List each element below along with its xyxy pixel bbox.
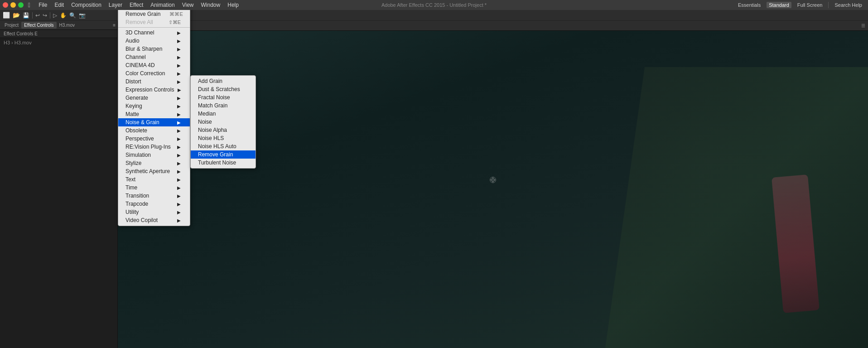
menu-item-matte[interactable]: Matte ▶ — [118, 110, 190, 118]
menu-item-obsolete[interactable]: Obsolete ▶ — [118, 126, 190, 135]
comp-toolbar: ▶ 📷 Composition H3 ☰ — [118, 21, 868, 31]
submenu-arrow: ▶ — [177, 210, 181, 215]
menu-item-cinema4d[interactable]: CINEMA 4D ▶ — [118, 61, 190, 69]
maximize-button[interactable] — [18, 2, 24, 8]
submenu-arrow: ▶ — [177, 63, 181, 68]
submenu-noise-alpha[interactable]: Noise Alpha — [191, 126, 256, 134]
shortcut-remove-grain: ⌘⌘E — [169, 11, 183, 17]
menu-item-generate[interactable]: Generate ▶ — [118, 94, 190, 102]
submenu-arrow: ▶ — [177, 193, 181, 198]
toolbar-icon-hand[interactable]: ✋ — [60, 12, 67, 19]
file-menu[interactable]: File — [35, 2, 51, 8]
menu-item-remove-all[interactable]: Remove All ⇧⌘E — [118, 18, 190, 26]
submenu-arrow: ▶ — [177, 218, 181, 223]
submenu-arrow: ▶ — [177, 177, 181, 182]
minimize-button[interactable] — [10, 2, 16, 8]
window-menu[interactable]: Window — [198, 2, 224, 8]
toolbar-sep-1 — [32, 12, 33, 19]
menu-item-trapcode[interactable]: Trapcode ▶ — [118, 200, 190, 208]
toolbar-icon-zoom[interactable]: 🔍 — [69, 12, 76, 19]
toolbar-icon-save[interactable]: 💾 — [23, 12, 29, 19]
menu-item-color-correction[interactable]: Color Correction ▶ — [118, 69, 190, 77]
menu-item-distort[interactable]: Distort ▶ — [118, 77, 190, 86]
os-menu-bar:  File Edit Composition Layer Effect Ani… — [0, 0, 868, 10]
toolbar-icon-select[interactable]: ▷ — [53, 12, 57, 19]
toolbar-sep-2 — [50, 12, 50, 19]
toolbar-icon-redo[interactable]: ↪ — [43, 12, 47, 19]
menu-item-blur-sharpen[interactable]: Blur & Sharpen ▶ — [118, 45, 190, 53]
fullscreen-workspace[interactable]: Full Screen — [795, 2, 825, 8]
effect-controls-label: Effect Controls E — [4, 31, 38, 36]
menu-item-3d-channel[interactable]: 3D Channel ▶ — [118, 29, 190, 37]
h3-tab[interactable]: H3.mov — [57, 22, 77, 29]
submenu-add-grain[interactable]: Add Grain — [191, 77, 256, 85]
submenu-arrow: ▶ — [177, 96, 181, 101]
submenu-arrow: ▶ — [177, 145, 181, 150]
menu-item-video-copilot[interactable]: Video Copilot ▶ — [118, 216, 190, 224]
submenu-arrow: ▶ — [177, 128, 181, 133]
submenu-noise-hls-auto[interactable]: Noise HLS Auto — [191, 142, 256, 150]
menu-item-revision-plugins[interactable]: RE:Vision Plug-Ins ▶ — [118, 143, 190, 151]
file-path: H3 › H3.mov — [4, 40, 32, 45]
submenu-noise-hls[interactable]: Noise HLS — [191, 134, 256, 142]
menu-item-simulation[interactable]: Simulation ▶ — [118, 151, 190, 159]
submenu-remove-grain[interactable]: Remove Grain — [191, 150, 256, 159]
submenu-median[interactable]: Median — [191, 110, 256, 118]
menu-item-expression-controls[interactable]: Expression Controls ▶ — [118, 86, 190, 94]
toolbar-icon-open[interactable]: 📂 — [13, 12, 20, 19]
submenu-arrow: ▶ — [177, 185, 181, 190]
help-menu[interactable]: Help — [224, 2, 242, 8]
submenu-arrow: ▶ — [177, 112, 181, 117]
menu-item-synthetic-aperture[interactable]: Synthetic Aperture ▶ — [118, 167, 190, 175]
apple-menu[interactable]:  — [24, 1, 35, 9]
composition-menu[interactable]: Composition — [68, 2, 105, 8]
submenu-turbulent-noise[interactable]: Turbulent Noise — [191, 159, 256, 167]
effect-menu-top[interactable]: Effect — [126, 2, 147, 8]
close-button[interactable] — [3, 2, 8, 8]
app-title: Adobe After Effects CC 2015 - Untitled P… — [381, 2, 487, 8]
toolbar-icon-camera[interactable]: 📷 — [79, 12, 86, 19]
standard-workspace[interactable]: Standard — [767, 2, 791, 8]
menu-item-stylize[interactable]: Stylize ▶ — [118, 159, 190, 167]
submenu-arrow: ▶ — [177, 161, 181, 166]
menu-item-time[interactable]: Time ▶ — [118, 184, 190, 192]
comp-area: ▶ 📷 Composition H3 ☰ — [118, 21, 868, 348]
view-menu[interactable]: View — [178, 2, 198, 8]
submenu-fractal-noise[interactable]: Fractal Noise — [191, 93, 256, 102]
submenu-arrow: ▶ — [177, 169, 181, 174]
submenu-arrow-highlighted: ▶ — [177, 120, 181, 125]
edit-menu[interactable]: Edit — [51, 2, 68, 8]
essentials-workspace[interactable]: Essentials — [736, 2, 763, 8]
submenu-arrow: ▶ — [177, 47, 181, 52]
menu-item-remove-grain-top[interactable]: Remove Grain ⌘⌘E — [118, 10, 190, 18]
submenu-match-grain[interactable]: Match Grain — [191, 102, 256, 110]
search-help[interactable]: Search Help — [832, 2, 864, 8]
toolbar-separator — [828, 2, 829, 8]
submenu-dust-scratches[interactable]: Dust & Scratches — [191, 85, 256, 93]
shortcut-remove-all: ⇧⌘E — [169, 19, 181, 25]
panel-menu-icon[interactable]: ≡ — [113, 23, 116, 28]
menu-item-keying[interactable]: Keying ▶ — [118, 102, 190, 110]
toolbar-icon-undo[interactable]: ↩ — [35, 12, 40, 19]
menu-item-audio[interactable]: Audio ▶ — [118, 37, 190, 45]
left-panel: Project Effect Controls H3.mov ≡ Effect … — [0, 21, 118, 348]
menu-item-noise-grain[interactable]: Noise & Grain ▶ — [118, 118, 190, 126]
effect-dropdown-menu: Effect Controls F3 Remove Grain ⌘⌘E Remo… — [118, 0, 190, 226]
layer-menu[interactable]: Layer — [105, 2, 126, 8]
submenu-arrow: ▶ — [177, 55, 181, 60]
submenu-arrow: ▶ — [178, 87, 181, 92]
submenu-arrow: ▶ — [177, 136, 181, 141]
menu-item-utility[interactable]: Utility ▶ — [118, 208, 190, 216]
menu-item-text[interactable]: Text ▶ — [118, 175, 190, 184]
traffic-lights — [0, 2, 24, 8]
project-tab[interactable]: Project — [2, 22, 21, 29]
toolbar-icon-new[interactable]: ⬜ — [3, 12, 10, 19]
animation-menu[interactable]: Animation — [147, 2, 178, 8]
menu-item-transition[interactable]: Transition ▶ — [118, 192, 190, 200]
menu-item-channel[interactable]: Channel ▶ — [118, 53, 190, 61]
submenu-arrow: ▶ — [177, 79, 181, 84]
submenu-noise[interactable]: Noise — [191, 118, 256, 126]
effect-controls-tab[interactable]: Effect Controls — [21, 22, 56, 29]
submenu-arrow: ▶ — [177, 153, 181, 158]
menu-item-perspective[interactable]: Perspective ▶ — [118, 135, 190, 143]
